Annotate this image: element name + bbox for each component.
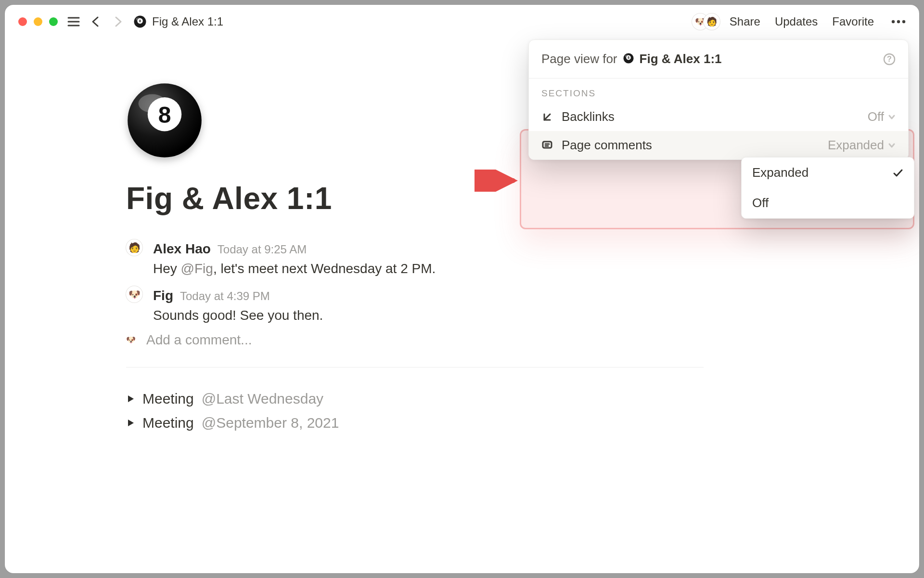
help-icon[interactable]: ? <box>883 53 896 66</box>
page-comments-dropdown: Expanded Off <box>741 157 914 219</box>
sidebar-toggle-icon[interactable] <box>67 16 80 27</box>
page-comments-row[interactable]: Page comments Expanded <box>529 131 908 159</box>
backlinks-label: Backlinks <box>562 109 615 124</box>
nav-forward-button[interactable] <box>112 15 124 28</box>
svg-point-6 <box>902 20 905 23</box>
date-mention[interactable]: @September 8, 2021 <box>202 415 339 431</box>
chevron-down-icon <box>888 113 896 121</box>
comment-time: Today at 4:39 PM <box>180 288 270 305</box>
presence-avatars[interactable]: 🐶 🧑 <box>692 13 720 30</box>
favorite-button[interactable]: Favorite <box>832 15 874 28</box>
divider <box>126 367 704 368</box>
dropdown-option-off[interactable]: Off <box>742 188 914 218</box>
popover-header-label: Page view for <box>541 52 617 66</box>
mention[interactable]: @Fig <box>181 261 213 276</box>
maximize-window-button[interactable] <box>49 17 58 26</box>
svg-text:8: 8 <box>158 102 171 128</box>
page-icon-small: 8 <box>134 15 146 28</box>
comment-author: Fig <box>153 286 173 306</box>
check-icon <box>893 168 903 178</box>
toggle-label: Meeting <box>142 415 194 431</box>
toggle-item[interactable]: Meeting @September 8, 2021 <box>126 411 704 435</box>
comments-icon <box>541 140 553 151</box>
svg-point-5 <box>897 20 900 23</box>
breadcrumb-title: Fig & Alex 1:1 <box>152 15 223 28</box>
page-comments-label: Page comments <box>562 138 652 153</box>
avatar-fig: 🐶 <box>126 286 142 302</box>
comment-text: Hey @Fig, let's meet next Wednesday at 2… <box>153 259 436 279</box>
svg-text:8: 8 <box>628 56 629 59</box>
dropdown-option-label: Expanded <box>752 165 808 180</box>
backlinks-row[interactable]: Backlinks Off <box>529 103 908 131</box>
date-mention[interactable]: @Last Wednesday <box>202 391 323 407</box>
popover-header-icon: 8 <box>623 53 634 66</box>
topbar: 8 Fig & Alex 1:1 🐶 🧑 Share Updates Favor… <box>5 5 919 39</box>
page-view-popover: Page view for 8 Fig & Alex 1:1 ? SECTION… <box>528 39 909 160</box>
annotation-arrow-icon <box>475 170 519 194</box>
close-window-button[interactable] <box>18 17 27 26</box>
nav-back-button[interactable] <box>90 15 102 28</box>
dropdown-option-label: Off <box>752 196 769 210</box>
comment-author: Alex Hao <box>153 239 211 259</box>
sections-label: SECTIONS <box>529 79 908 103</box>
comment-text: Sounds good! See you then. <box>153 306 323 326</box>
add-comment-placeholder: Add a comment... <box>146 332 252 348</box>
avatar-fig: 🐶 <box>126 335 136 344</box>
comment-time: Today at 9:25 AM <box>218 241 307 258</box>
window-controls <box>18 17 58 26</box>
dropdown-option-expanded[interactable]: Expanded <box>742 158 914 188</box>
page-comments-value: Expanded <box>828 138 884 153</box>
minimize-window-button[interactable] <box>34 17 42 26</box>
toggle-triangle-icon[interactable] <box>126 394 135 403</box>
app-window: 8 Fig & Alex 1:1 🐶 🧑 Share Updates Favor… <box>5 5 919 573</box>
more-menu-button[interactable] <box>891 20 906 24</box>
page-comments: 🧑 Alex Hao Today at 9:25 AM Hey @Fig, le… <box>126 236 704 434</box>
avatar-alex: 🧑 <box>704 13 720 30</box>
svg-point-4 <box>892 20 895 23</box>
updates-button[interactable]: Updates <box>775 15 818 28</box>
svg-text:?: ? <box>887 55 892 63</box>
comment-item: 🧑 Alex Hao Today at 9:25 AM Hey @Fig, le… <box>126 236 704 282</box>
backlinks-icon <box>541 111 553 123</box>
comment-item: 🐶 Fig Today at 4:39 PM Sounds good! See … <box>126 282 704 329</box>
avatar-alex: 🧑 <box>126 239 142 256</box>
toggle-triangle-icon[interactable] <box>126 419 135 427</box>
popover-header-title: Fig & Alex 1:1 <box>640 52 722 66</box>
breadcrumb[interactable]: 8 Fig & Alex 1:1 <box>134 15 223 28</box>
svg-text:8: 8 <box>139 19 141 23</box>
add-comment[interactable]: 🐶 Add a comment... <box>126 332 704 348</box>
toggle-label: Meeting <box>142 391 194 407</box>
chevron-down-icon <box>888 142 896 149</box>
top-actions: Share Updates Favorite <box>730 15 906 28</box>
backlinks-value: Off <box>868 109 884 124</box>
share-button[interactable]: Share <box>730 15 760 28</box>
toggle-item[interactable]: Meeting @Last Wednesday <box>126 387 704 411</box>
popover-header: Page view for 8 Fig & Alex 1:1 ? <box>529 40 908 79</box>
